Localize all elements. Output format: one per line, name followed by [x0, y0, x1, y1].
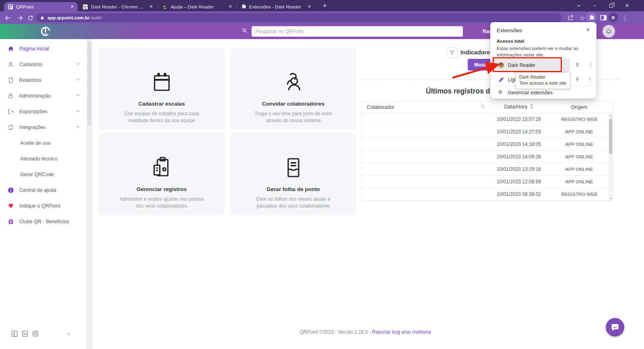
card-title: Convidar colaboradores	[262, 101, 324, 107]
tab-title: Extensões - Dark Reader	[249, 4, 305, 9]
new-tab-button[interactable]: +	[320, 1, 330, 10]
back-button[interactable]	[3, 13, 12, 22]
card-convidar-colaboradores[interactable]: Convidar colaboradores Traga o seu time …	[230, 48, 356, 130]
notifications-button[interactable]	[603, 25, 615, 37]
search-input[interactable]	[252, 26, 463, 37]
table-row[interactable]: 10/01/2023 13:29:18APP ONLINE	[362, 163, 613, 176]
linkedin-icon[interactable]	[22, 330, 28, 339]
table-row[interactable]: 10/01/2023 14:09:26APP ONLINE	[362, 151, 613, 163]
sort-icon[interactable]	[530, 104, 533, 110]
filter-button[interactable]	[447, 47, 458, 58]
card-description: Administre e realize ajustes nos pontos …	[116, 196, 208, 210]
manage-extensions-label: Gerenciar extensões	[508, 90, 553, 96]
tab-extensoes[interactable]: Extensões - Dark Reader ✕	[237, 2, 315, 11]
table-scrollbar[interactable]: ▲ ▼	[609, 114, 613, 201]
table-row[interactable]: 10/01/2023 14:27:03APP ONLINE	[362, 126, 613, 138]
extension-menu-icon[interactable]: ⋮	[588, 62, 593, 68]
scroll-down-icon[interactable]: ▼	[609, 197, 613, 201]
sidebar-item-indique-o-qrpoint[interactable]: Indique o QRPoint	[0, 198, 87, 214]
sidebar-item-label: Integrações	[19, 125, 45, 130]
cell-datetime: 10/01/2023 14:18:05	[489, 141, 549, 147]
facebook-icon[interactable]	[11, 330, 18, 339]
sidebar-item-exportacoes[interactable]: Exportações	[0, 104, 87, 119]
sidebar-item-pagina-inicial[interactable]: Página inicial	[0, 41, 87, 56]
sidebar-collapse-button[interactable]: ‹	[68, 330, 70, 337]
cell-datetime: 10/01/2023 15:07:26	[489, 116, 549, 122]
tab-title: Ajuda – Dark Reader	[171, 4, 226, 9]
popup-title: Extensões	[497, 27, 522, 33]
lock-icon	[8, 93, 14, 99]
cell-origin: APP ONLINE	[549, 167, 609, 172]
document-icon	[8, 77, 14, 83]
qrpoint-logo[interactable]	[39, 25, 52, 38]
sidebar: Página inicial Cadastros Relatórios Admi…	[0, 39, 87, 349]
cell-origin: APP ONLINE	[549, 129, 609, 134]
sidebar-item-clube-qr-beneficios[interactable]: Clube QR - Beneficios	[0, 214, 87, 229]
table-row[interactable]: 10/01/2023 08:38:02REGISTRO WEB	[362, 188, 613, 201]
window-close-button[interactable]: ✕	[619, 0, 635, 11]
sync-icon	[8, 124, 14, 131]
window-minimize-button[interactable]: –	[587, 0, 603, 11]
puzzle-favicon	[241, 4, 246, 9]
tab-close-icon[interactable]: ✕	[149, 4, 153, 9]
sidebar-item-cadastros[interactable]: Cadastros	[0, 56, 87, 72]
tooltip-line1: Dark Reader	[519, 74, 566, 80]
card-gerar-folha-de-ponto[interactable]: Gerar folha de ponto Gere as folhas dos …	[230, 133, 356, 215]
sidebar-scrollbar[interactable]	[87, 39, 92, 349]
sidebar-item-integracoes[interactable]: Integrações	[0, 119, 87, 135]
sidebar-item-administracao[interactable]: Administração	[0, 88, 87, 104]
column-datahora[interactable]: Data/Hora	[504, 104, 527, 110]
tab-close-icon[interactable]: ✕	[308, 4, 311, 9]
bell-icon	[606, 28, 612, 35]
table-row[interactable]: 10/01/2023 14:18:05APP ONLINE	[362, 138, 613, 151]
column-search-icon[interactable]	[481, 104, 485, 110]
profile-avatar[interactable]: R	[609, 13, 618, 22]
shortcut-cards: Cadastrar escalas Crie escalas de trabal…	[99, 48, 356, 215]
table-row[interactable]: 10/01/2023 15:07:26REGISTRO WEB	[362, 113, 613, 126]
tab-ajuda-darkreader[interactable]: Ajuda – Dark Reader ✕	[159, 2, 236, 11]
scrollbar-thumb[interactable]	[609, 118, 612, 154]
tab-search-chevron-icon[interactable]	[571, 0, 587, 11]
report-bug-link[interactable]: Reportar bug e/ou melhoria	[372, 329, 431, 335]
sidebar-subitem-atestado-tecnico[interactable]: Atestado técnico	[0, 151, 87, 166]
export-icon	[8, 108, 14, 115]
sidebar-subitem-gerar-qrcode[interactable]: Gerar QRCode	[0, 166, 87, 182]
window-restore-button[interactable]	[603, 0, 619, 11]
user-icon	[8, 61, 14, 68]
tooltip-line2: Tem acesso a este site	[519, 80, 566, 86]
browser-menu-icon[interactable]: ⋮	[620, 12, 630, 23]
scroll-up-icon[interactable]: ▲	[609, 114, 613, 118]
share-icon[interactable]	[565, 12, 576, 23]
extension-menu-icon[interactable]: ⋮	[588, 77, 592, 82]
cell-origin: APP ONLINE	[549, 179, 609, 184]
table-row[interactable]: 10/01/2023 12:08:59APP ONLINE	[362, 176, 613, 188]
card-gerenciar-registros[interactable]: Gerenciar registros Administre e realize…	[99, 133, 225, 215]
sidebar-item-central-de-ajuda[interactable]: Central de ajuda	[0, 182, 87, 198]
card-cadastrar-escalas[interactable]: Cadastrar escalas Crie escalas de trabal…	[99, 48, 225, 130]
instagram-icon[interactable]	[32, 330, 39, 339]
sidebar-subitem-aceite-de-uso[interactable]: Aceite de uso	[0, 135, 87, 151]
reload-button[interactable]	[26, 13, 35, 22]
tab-title: Dark Reader - Chrome Web Store	[91, 4, 147, 9]
tab-qrpoint[interactable]: QRPoint ✕	[4, 2, 78, 11]
tab-close-icon[interactable]: ✕	[70, 4, 74, 9]
tab-webstore[interactable]: Dark Reader - Chrome Web Store ✕	[79, 2, 157, 11]
annotation-red-arrow	[443, 58, 507, 83]
table-header: Colaborador Data/Hora Origem	[362, 101, 613, 113]
pin-icon[interactable]	[575, 77, 580, 84]
extensions-puzzle-icon[interactable]	[586, 12, 597, 23]
address-bar[interactable]: app.qrpoint.com.br/auth/	[35, 13, 562, 22]
records-title: Últimos registros de	[426, 87, 494, 96]
chat-widget-button[interactable]	[606, 318, 624, 337]
side-panel-icon[interactable]	[598, 12, 609, 23]
forward-button[interactable]	[15, 13, 24, 22]
pin-icon[interactable]	[575, 62, 580, 70]
popup-close-button[interactable]: ✕	[584, 25, 592, 34]
card-title: Cadastrar escalas	[138, 101, 185, 107]
calendar-icon	[151, 71, 172, 96]
tab-close-icon[interactable]: ✕	[229, 4, 232, 9]
card-description: Gere as folhas dos meses atuais e passad…	[247, 196, 340, 210]
restore-icon	[609, 4, 613, 8]
sidebar-item-relatorios[interactable]: Relatórios	[0, 72, 87, 88]
scrollbar-thumb[interactable]	[87, 41, 91, 125]
